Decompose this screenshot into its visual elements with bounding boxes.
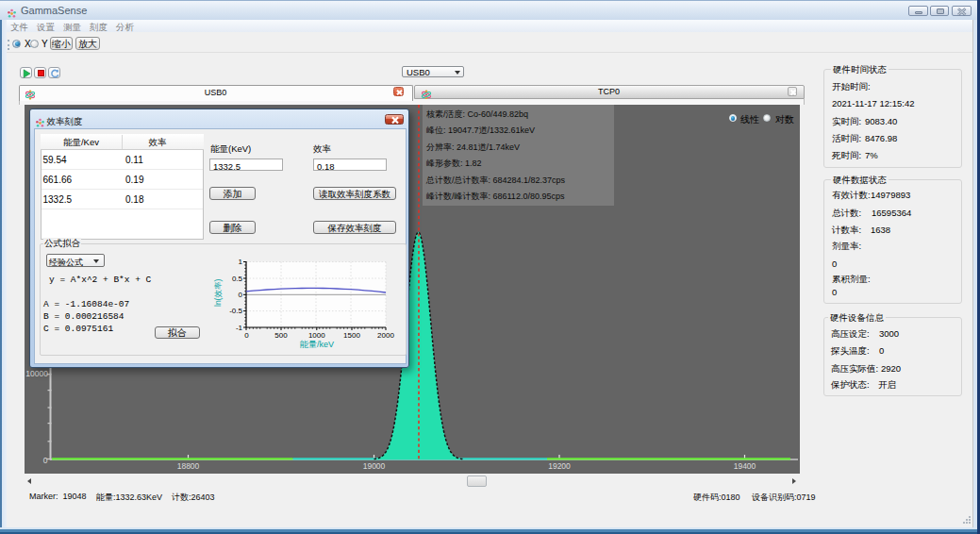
svg-text:-0.5: -0.5 [229,307,242,315]
svg-text:0: 0 [239,291,243,299]
svg-text:0: 0 [244,331,249,340]
svg-text:2000: 2000 [377,331,394,340]
svg-text:1: 1 [239,258,243,266]
svg-text:-1: -1 [236,324,243,332]
